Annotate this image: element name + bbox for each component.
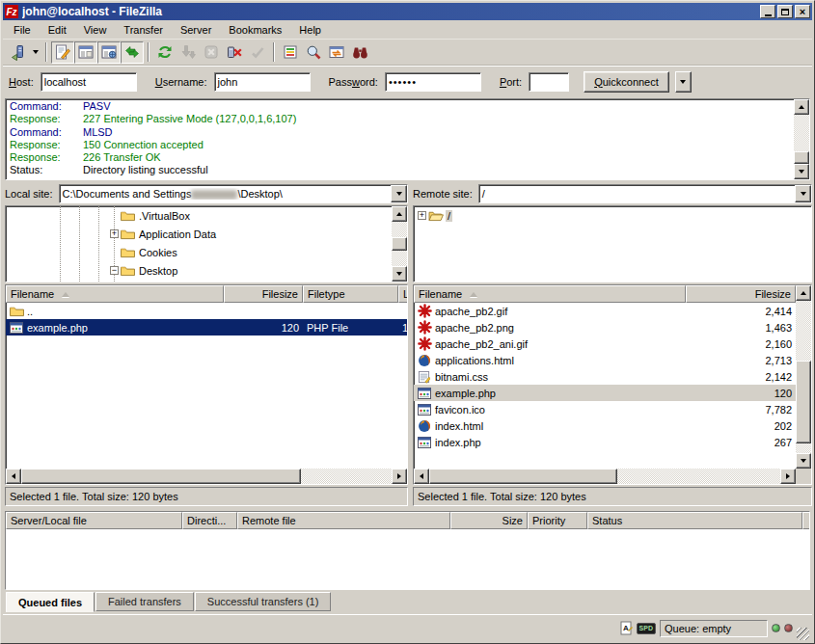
scroll-left-button[interactable] [414, 469, 429, 484]
tree-item-application-data[interactable]: +Application Data [6, 225, 392, 243]
svg-text:A: A [623, 624, 629, 632]
menu-help[interactable]: Help [290, 22, 330, 38]
file-row[interactable]: example.php120PHP File1 [6, 319, 407, 335]
disconnect-button[interactable] [223, 41, 246, 64]
collapse-icon[interactable]: − [110, 266, 119, 275]
speed-limit-icon[interactable]: SPD [637, 623, 656, 634]
column-header-filetype[interactable]: Filetype [303, 285, 398, 303]
file-row[interactable]: index.php267 [414, 434, 796, 450]
local-site-combobox[interactable]: C:\Documents and Settings\Desktop\ [59, 184, 408, 203]
file-row[interactable]: applications.html2,713 [414, 352, 796, 368]
host-input[interactable]: localhost [41, 72, 137, 92]
column-header-filename[interactable]: Filename [414, 285, 686, 303]
refresh-button[interactable] [153, 41, 177, 64]
local-tree-scrollbar[interactable] [392, 206, 407, 282]
tree-item-cookies[interactable]: Cookies [6, 243, 392, 261]
tab-failed-transfers[interactable]: Failed transfers [95, 592, 194, 611]
column-header-filename[interactable]: Filename [6, 285, 224, 303]
scroll-right-button[interactable] [780, 469, 796, 484]
remote-site-combobox[interactable]: / [478, 184, 812, 203]
file-row[interactable]: apache_pb2.gif2,414 [414, 303, 796, 319]
scrollbar-thumb[interactable] [392, 237, 407, 251]
menu-transfer[interactable]: Transfer [115, 22, 172, 38]
expand-icon[interactable]: + [110, 229, 119, 238]
column-header-l[interactable]: L [398, 285, 407, 303]
scroll-up-button[interactable] [794, 99, 809, 115]
folder-icon [121, 246, 135, 258]
scrollbar-thumb[interactable] [796, 361, 811, 443]
close-button[interactable]: × [795, 5, 810, 18]
toggle-remote-tree-button[interactable] [97, 41, 121, 64]
column-header-directi-[interactable]: Directi... [182, 512, 237, 529]
cancel-transfer-button[interactable] [200, 41, 223, 64]
column-header-status[interactable]: Status [587, 512, 802, 529]
queue-body [6, 529, 809, 589]
scroll-left-button[interactable] [6, 469, 21, 484]
compare-icon [306, 44, 321, 60]
resize-grip[interactable] [797, 628, 809, 640]
sync-browsing-button[interactable] [325, 41, 348, 64]
file-row[interactable]: index.html202 [414, 417, 796, 434]
port-input[interactable] [529, 72, 569, 92]
file-row[interactable]: favicon.ico7,782 [414, 401, 796, 417]
file-row[interactable]: example.php120 [414, 385, 796, 401]
queue-view-icon [124, 44, 140, 60]
remote-site-dropdown-button[interactable] [795, 185, 811, 202]
abort-button[interactable] [246, 41, 269, 64]
menu-file[interactable]: File [5, 22, 40, 38]
column-header-priority[interactable]: Priority [528, 512, 587, 529]
toggle-queue-button[interactable] [121, 41, 144, 64]
transfer-type-icon[interactable]: A [620, 621, 633, 635]
password-input[interactable]: •••••• [385, 72, 481, 92]
tree-item--[interactable]: +/ [414, 206, 811, 225]
menu-bookmarks[interactable]: Bookmarks [220, 22, 290, 38]
tree-item--virtualbox[interactable]: .VirtualBox [6, 206, 392, 225]
column-header-size[interactable]: Size [450, 512, 528, 529]
filter-button[interactable] [279, 41, 302, 64]
username-input[interactable]: john [214, 72, 311, 92]
minimize-button[interactable] [760, 5, 775, 18]
maximize-button[interactable] [777, 5, 793, 18]
tab-successful-transfers-1-[interactable]: Successful transfers (1) [195, 592, 332, 611]
column-header-filesize[interactable]: Filesize [686, 285, 796, 303]
remote-horizontal-scrollbar[interactable] [414, 469, 811, 484]
remote-vertical-scrollbar[interactable] [796, 285, 811, 469]
file-row[interactable]: bitnami.css2,142 [414, 368, 796, 385]
local-horizontal-scrollbar[interactable] [6, 469, 407, 484]
quickconnect-button[interactable]: Quickconnect [584, 71, 669, 93]
local-site-dropdown-button[interactable] [391, 185, 407, 202]
column-header-blank[interactable] [802, 512, 810, 529]
scrollbar-thumb[interactable] [429, 469, 617, 484]
scroll-up-button[interactable] [796, 285, 811, 301]
compare-button[interactable] [302, 41, 325, 64]
column-header-remote-file[interactable]: Remote file [237, 512, 450, 529]
menu-edit[interactable]: Edit [40, 22, 75, 38]
tab-queued-files[interactable]: Queued files [6, 592, 95, 612]
scroll-up-button[interactable] [392, 206, 407, 222]
tree-item-desktop[interactable]: −Desktop [6, 261, 392, 280]
file-row[interactable]: apache_pb2.png1,463 [414, 319, 796, 335]
column-header-server-local-file[interactable]: Server/Local file [6, 512, 182, 529]
scrollbar-thumb[interactable] [21, 469, 301, 484]
quickconnect-dropdown-button[interactable] [675, 71, 692, 93]
scroll-right-button[interactable] [392, 469, 407, 484]
search-button[interactable] [348, 41, 371, 64]
scrollbar-thumb[interactable] [794, 151, 809, 164]
column-header-filesize[interactable]: Filesize [224, 285, 303, 303]
menu-view[interactable]: View [75, 22, 116, 38]
toggle-log-button[interactable] [51, 41, 74, 64]
scroll-down-button[interactable] [392, 266, 407, 282]
expand-icon[interactable]: + [418, 211, 426, 220]
site-manager-button[interactable] [6, 41, 29, 64]
file-row[interactable]: apache_pb2_ani.gif2,160 [414, 335, 796, 352]
site-manager-button-dropdown[interactable] [29, 41, 41, 64]
menu-server[interactable]: Server [172, 22, 220, 38]
scroll-down-button[interactable] [796, 453, 811, 469]
toggle-local-tree-button[interactable] [74, 41, 97, 64]
process-queue-button[interactable] [177, 41, 200, 64]
log-vertical-scrollbar[interactable] [794, 99, 809, 179]
file-row[interactable]: .. [6, 303, 407, 319]
scroll-down-button[interactable] [794, 164, 809, 179]
remote-path-value: / [479, 188, 795, 200]
title-bar[interactable]: Fz john@localhost - FileZilla × [3, 3, 812, 20]
